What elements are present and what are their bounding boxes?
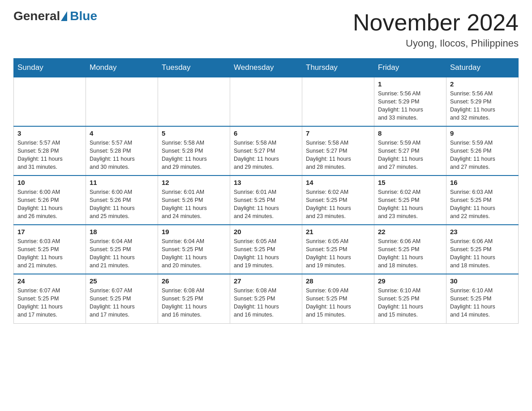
day-cell: 17Sunrise: 6:03 AM Sunset: 5:25 PM Dayli… [14,225,86,274]
calendar-table: SundayMondayTuesdayWednesdayThursdayFrid… [13,58,519,324]
day-info: Sunrise: 6:05 AM Sunset: 5:25 PM Dayligh… [306,237,370,270]
day-number: 12 [162,179,226,186]
header-day-tuesday: Tuesday [158,59,230,77]
day-number: 24 [17,277,82,285]
header-day-monday: Monday [86,59,158,77]
day-cell: 21Sunrise: 6:05 AM Sunset: 5:25 PM Dayli… [302,225,374,274]
week-row-3: 10Sunrise: 6:00 AM Sunset: 5:26 PM Dayli… [14,176,519,225]
day-number: 18 [90,228,154,235]
day-cell: 19Sunrise: 6:04 AM Sunset: 5:25 PM Dayli… [158,225,230,274]
day-cell: 24Sunrise: 6:07 AM Sunset: 5:25 PM Dayli… [14,274,86,323]
day-number: 7 [306,129,370,137]
location-title: Uyong, Ilocos, Philippines [353,38,519,49]
day-cell: 5Sunrise: 5:58 AM Sunset: 5:28 PM Daylig… [158,126,230,176]
day-cell: 10Sunrise: 6:00 AM Sunset: 5:26 PM Dayli… [14,176,86,225]
day-info: Sunrise: 6:00 AM Sunset: 5:26 PM Dayligh… [17,188,82,221]
day-cell: 1Sunrise: 5:56 AM Sunset: 5:29 PM Daylig… [374,77,446,126]
day-info: Sunrise: 5:56 AM Sunset: 5:29 PM Dayligh… [450,90,515,122]
day-number: 29 [378,277,442,285]
header-day-friday: Friday [374,59,446,77]
day-number: 2 [450,80,515,88]
day-cell: 28Sunrise: 6:09 AM Sunset: 5:25 PM Dayli… [302,274,374,323]
day-cell: 2Sunrise: 5:56 AM Sunset: 5:29 PM Daylig… [446,77,519,126]
day-info: Sunrise: 6:03 AM Sunset: 5:25 PM Dayligh… [17,237,82,270]
day-cell: 6Sunrise: 5:58 AM Sunset: 5:27 PM Daylig… [230,126,302,176]
day-cell: 13Sunrise: 6:01 AM Sunset: 5:25 PM Dayli… [230,176,302,225]
day-cell: 4Sunrise: 5:57 AM Sunset: 5:28 PM Daylig… [86,126,158,176]
day-number: 10 [17,179,82,186]
day-number: 19 [162,228,226,235]
logo: General Blue [13,9,97,23]
day-info: Sunrise: 5:58 AM Sunset: 5:28 PM Dayligh… [162,139,226,171]
day-cell: 22Sunrise: 6:06 AM Sunset: 5:25 PM Dayli… [374,225,446,274]
day-number: 30 [450,277,515,285]
day-info: Sunrise: 6:09 AM Sunset: 5:25 PM Dayligh… [306,287,370,319]
day-cell: 3Sunrise: 5:57 AM Sunset: 5:28 PM Daylig… [14,126,86,176]
title-area: November 2024 Uyong, Ilocos, Philippines [353,9,519,49]
day-number: 17 [17,228,82,235]
day-cell [158,77,230,126]
day-info: Sunrise: 5:56 AM Sunset: 5:29 PM Dayligh… [378,90,442,122]
day-cell: 29Sunrise: 6:10 AM Sunset: 5:25 PM Dayli… [374,274,446,323]
day-number: 9 [450,129,515,137]
day-cell: 23Sunrise: 6:06 AM Sunset: 5:25 PM Dayli… [446,225,519,274]
week-row-2: 3Sunrise: 5:57 AM Sunset: 5:28 PM Daylig… [14,126,519,176]
header-day-sunday: Sunday [14,59,86,77]
day-cell: 18Sunrise: 6:04 AM Sunset: 5:25 PM Dayli… [86,225,158,274]
day-number: 26 [162,277,226,285]
day-info: Sunrise: 5:58 AM Sunset: 5:27 PM Dayligh… [306,139,370,171]
day-info: Sunrise: 5:57 AM Sunset: 5:28 PM Dayligh… [17,139,82,171]
day-number: 1 [378,80,442,88]
day-number: 25 [90,277,154,285]
day-number: 13 [234,179,298,186]
day-number: 5 [162,129,226,137]
month-title: November 2024 [353,9,519,36]
day-cell: 27Sunrise: 6:08 AM Sunset: 5:25 PM Dayli… [230,274,302,323]
header-row: SundayMondayTuesdayWednesdayThursdayFrid… [14,59,519,77]
day-cell [230,77,302,126]
day-number: 28 [306,277,370,285]
day-cell: 8Sunrise: 5:59 AM Sunset: 5:27 PM Daylig… [374,126,446,176]
day-cell: 26Sunrise: 6:08 AM Sunset: 5:25 PM Dayli… [158,274,230,323]
logo-area: General Blue [13,9,97,23]
day-info: Sunrise: 6:05 AM Sunset: 5:25 PM Dayligh… [234,237,298,270]
day-info: Sunrise: 6:01 AM Sunset: 5:25 PM Dayligh… [234,188,298,221]
day-number: 23 [450,228,515,235]
day-info: Sunrise: 5:59 AM Sunset: 5:27 PM Dayligh… [378,139,442,171]
day-info: Sunrise: 6:06 AM Sunset: 5:25 PM Dayligh… [378,237,442,270]
day-number: 11 [90,179,154,186]
day-number: 15 [378,179,442,186]
day-info: Sunrise: 6:06 AM Sunset: 5:25 PM Dayligh… [450,237,515,270]
day-cell: 25Sunrise: 6:07 AM Sunset: 5:25 PM Dayli… [86,274,158,323]
logo-blue-text: Blue [70,9,97,23]
day-info: Sunrise: 6:04 AM Sunset: 5:25 PM Dayligh… [162,237,226,270]
header-day-thursday: Thursday [302,59,374,77]
day-cell: 11Sunrise: 6:00 AM Sunset: 5:26 PM Dayli… [86,176,158,225]
day-info: Sunrise: 6:07 AM Sunset: 5:25 PM Dayligh… [90,287,154,319]
week-row-5: 24Sunrise: 6:07 AM Sunset: 5:25 PM Dayli… [14,274,519,323]
day-info: Sunrise: 6:08 AM Sunset: 5:25 PM Dayligh… [162,287,226,319]
day-cell [14,77,86,126]
day-number: 4 [90,129,154,137]
day-info: Sunrise: 6:02 AM Sunset: 5:25 PM Dayligh… [378,188,442,221]
day-info: Sunrise: 6:01 AM Sunset: 5:26 PM Dayligh… [162,188,226,221]
day-number: 14 [306,179,370,186]
day-cell [302,77,374,126]
day-number: 22 [378,228,442,235]
day-cell: 7Sunrise: 5:58 AM Sunset: 5:27 PM Daylig… [302,126,374,176]
day-info: Sunrise: 5:59 AM Sunset: 5:26 PM Dayligh… [450,139,515,171]
week-row-1: 1Sunrise: 5:56 AM Sunset: 5:29 PM Daylig… [14,77,519,126]
day-info: Sunrise: 6:04 AM Sunset: 5:25 PM Dayligh… [90,237,154,270]
day-info: Sunrise: 6:08 AM Sunset: 5:25 PM Dayligh… [234,287,298,319]
day-cell: 16Sunrise: 6:03 AM Sunset: 5:25 PM Dayli… [446,176,519,225]
page-header: General Blue November 2024 Uyong, Ilocos… [13,9,519,49]
day-cell [86,77,158,126]
day-number: 3 [17,129,82,137]
day-info: Sunrise: 5:58 AM Sunset: 5:27 PM Dayligh… [234,139,298,171]
day-cell: 20Sunrise: 6:05 AM Sunset: 5:25 PM Dayli… [230,225,302,274]
day-number: 6 [234,129,298,137]
day-info: Sunrise: 6:07 AM Sunset: 5:25 PM Dayligh… [17,287,82,319]
day-info: Sunrise: 6:10 AM Sunset: 5:25 PM Dayligh… [378,287,442,319]
day-cell: 9Sunrise: 5:59 AM Sunset: 5:26 PM Daylig… [446,126,519,176]
day-number: 27 [234,277,298,285]
